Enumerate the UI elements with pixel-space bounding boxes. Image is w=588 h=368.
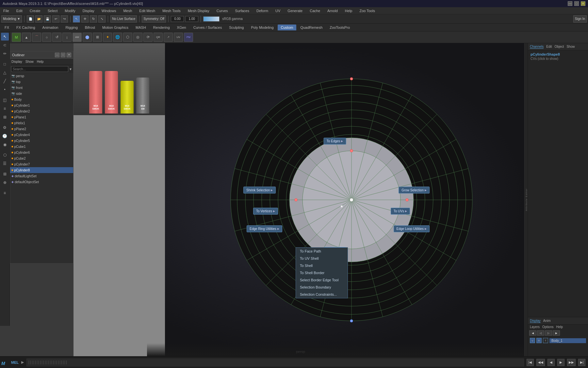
edge-mode-btn[interactable]: ╱: [1, 77, 9, 85]
scale-tool-button[interactable]: ⤡: [98, 15, 106, 23]
move-tool-button[interactable]: ✛: [81, 15, 89, 23]
menu-uv[interactable]: UV: [274, 8, 282, 13]
outliner-minimize[interactable]: —: [55, 53, 59, 57]
outliner-item-pplane1[interactable]: ■ pPlane1: [10, 114, 73, 120]
outliner-item-pcyl8[interactable]: ■ pCylinder8: [10, 167, 73, 173]
menu-deform[interactable]: Deform: [255, 8, 270, 13]
menu-arnold[interactable]: Arnold: [326, 8, 339, 13]
layer-back-btn[interactable]: ◁: [537, 330, 544, 336]
radial-to-uvs[interactable]: To UVs ▶: [391, 208, 410, 215]
grid-toggle-btn[interactable]: ⊞: [1, 170, 9, 178]
tab-fx[interactable]: FX: [1, 25, 12, 30]
shelf-arrow3[interactable]: ↗: [164, 33, 173, 42]
outliner-item-pcyl6[interactable]: ■ pCylinder6: [10, 149, 73, 155]
menu-select[interactable]: Select: [46, 8, 59, 13]
shelf-maya-icon[interactable]: M: [12, 33, 21, 42]
rp-display-tab[interactable]: Display: [530, 319, 541, 323]
menu-surfaces[interactable]: Surfaces: [234, 8, 251, 13]
menu-edit[interactable]: Edit: [15, 8, 24, 13]
layer-next-btn[interactable]: ▶: [553, 330, 560, 336]
menu-mesh[interactable]: Mesh: [122, 8, 133, 13]
rp-tab-show[interactable]: Show: [566, 45, 575, 48]
outliner-maximize[interactable]: □: [61, 53, 65, 57]
outliner-item-pcyl4[interactable]: ■ pCylinder4: [10, 132, 73, 138]
outliner-item-pcyl5[interactable]: ■ pCylinder5: [10, 138, 73, 144]
tab-mash[interactable]: MASH: [132, 25, 149, 30]
outliner-item-side[interactable]: 📷 side: [10, 91, 73, 96]
outliner-item-pcyl1[interactable]: ■ pCylinder1: [10, 102, 73, 108]
outliner-item-pcyl2[interactable]: ■ pCylinder2: [10, 108, 73, 114]
sign-in-button[interactable]: Sign In: [573, 15, 587, 23]
menu-file[interactable]: File: [2, 8, 10, 13]
outliner-item-pcube1[interactable]: ■ pCube1: [10, 144, 73, 149]
rp-tab-channels[interactable]: Channels: [530, 45, 544, 49]
modeling-mode-selector[interactable]: Modeling ▼: [1, 15, 22, 23]
submenu-to-face-path[interactable]: To Face Path: [296, 248, 348, 255]
menu-create[interactable]: Create: [28, 8, 42, 13]
submenu-selection-constraints[interactable]: Selection Constraints...: [296, 291, 348, 298]
shelf-pm[interactable]: PM: [184, 33, 193, 42]
radial-to-edges[interactable]: To Edges ▶: [324, 138, 346, 145]
tab-quadremesh[interactable]: QuadRemesh: [297, 25, 326, 30]
symmetry-button[interactable]: Symmetry: Off: [142, 15, 166, 23]
menu-mesh-display[interactable]: Mesh Display: [187, 8, 211, 13]
color-picker[interactable]: [203, 16, 220, 22]
radial-edge-loop[interactable]: Edge Loop Utilities ▶: [394, 225, 430, 232]
shelf-globe[interactable]: 🌐: [113, 33, 122, 42]
tab-animation[interactable]: Animation: [39, 25, 62, 30]
select-mode-btn[interactable]: ↖: [1, 33, 9, 41]
outliner-help-menu[interactable]: Help: [37, 60, 44, 63]
play-end-btn[interactable]: ▶|: [578, 359, 585, 366]
translate-x-field[interactable]: [171, 16, 184, 22]
tab-motion-graphics[interactable]: Motion Graphics: [99, 25, 132, 30]
rotate-tool-button[interactable]: ↻: [90, 15, 97, 23]
tab-fx-caching[interactable]: FX Caching: [13, 25, 38, 30]
outliner-item-pcyl7[interactable]: ■ pCylinder7: [10, 161, 73, 167]
shelf-circle[interactable]: ○: [42, 33, 51, 42]
close-button[interactable]: ✕: [581, 1, 585, 6]
outliner-btn[interactable]: ☰: [1, 160, 9, 167]
menu-cache[interactable]: Cache: [308, 8, 321, 13]
layer-render-icon[interactable]: R: [536, 338, 542, 343]
outliner-item-front[interactable]: 📷 front: [10, 85, 73, 91]
channel-box-btn[interactable]: ≡: [1, 105, 9, 113]
menu-generate[interactable]: Generate: [286, 8, 304, 13]
outliner-item-pplane2[interactable]: ■ pPlane2: [10, 126, 73, 132]
outliner-search-input[interactable]: [11, 66, 68, 72]
shelf-star[interactable]: ✦: [103, 33, 112, 42]
snap-btn[interactable]: ⊕: [1, 179, 9, 186]
outliner-item-phelix1[interactable]: ■ pHelix1: [10, 120, 73, 126]
vertex-mode-btn[interactable]: •: [1, 86, 9, 94]
shelf-circle2[interactable]: ⬤: [83, 33, 92, 42]
layer-name-display[interactable]: Body_1: [549, 338, 586, 343]
layer-fwd-btn[interactable]: ▷: [545, 330, 552, 336]
play-back-btn[interactable]: ◀◀: [536, 359, 545, 366]
menu-modify[interactable]: Modify: [63, 8, 76, 13]
rp-anim-tab[interactable]: Anim: [543, 319, 551, 323]
tab-poly-modeling[interactable]: Poly Modeling: [248, 25, 277, 30]
outliner-item-body[interactable]: ■ Body: [10, 96, 73, 102]
node-editor-btn[interactable]: ⬡: [1, 151, 9, 159]
tab-zootoolspro[interactable]: ZooToolsPro: [326, 25, 353, 30]
radial-grow-selection[interactable]: Grow Selection ▶: [399, 186, 430, 193]
lasso-btn[interactable]: ⊂: [1, 41, 9, 49]
outliner-item-default-obj[interactable]: ◈ defaultObjectSet: [10, 179, 73, 185]
menu-windows[interactable]: Windows: [100, 8, 118, 13]
tab-xgen[interactable]: XGen: [174, 25, 189, 30]
submenu-selection-boundary[interactable]: Selection Boundary: [296, 284, 348, 291]
menu-mesh-tools[interactable]: Mesh Tools: [161, 8, 182, 13]
open-file-button[interactable]: 📂: [35, 15, 42, 23]
tab-curves-surfaces[interactable]: Curves / Surfaces: [190, 25, 225, 30]
layer-prev-btn[interactable]: ◀: [529, 330, 536, 336]
tool-settings-btn[interactable]: ⚙: [1, 124, 9, 131]
viewport-3d[interactable]: FUZE M201A2GBT • 1 • 2679-90 M18SMOK M18…: [74, 43, 528, 356]
submenu-to-uv-shell[interactable]: To UV Shell: [296, 255, 348, 262]
object-mode-btn[interactable]: □: [1, 60, 9, 68]
radial-edge-ring[interactable]: Edge Ring Utilities ▶: [247, 225, 282, 232]
outliner-item-pcube2[interactable]: ■ pCube2: [10, 155, 73, 161]
submenu-select-border-edge[interactable]: Select Border Edge Tool: [296, 276, 348, 284]
menu-help[interactable]: Help: [344, 8, 354, 13]
layer-type-icon[interactable]: T: [543, 338, 548, 343]
outliner-display-menu[interactable]: Display: [11, 60, 22, 63]
radial-to-vertices[interactable]: To Vertices ▶: [253, 208, 278, 215]
